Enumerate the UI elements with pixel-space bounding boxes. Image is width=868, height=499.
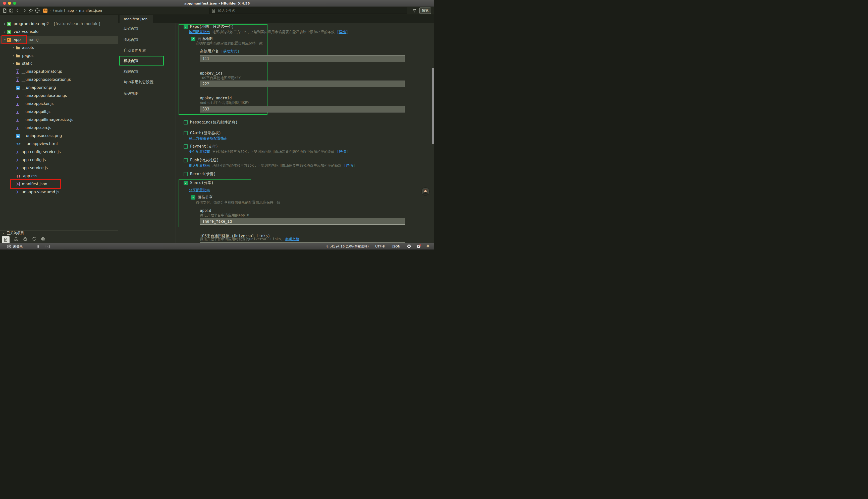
- oauth-checkbox[interactable]: [184, 131, 188, 135]
- tree-item-folder[interactable]: › assets: [0, 44, 118, 52]
- tree-item-file[interactable]: J uni-app-view.umd.js: [0, 188, 118, 196]
- amap-checkbox[interactable]: ✓: [191, 37, 195, 41]
- messaging-module-row: Messaging(短彩邮件消息): [184, 120, 238, 125]
- search-panel-tab[interactable]: [14, 236, 19, 242]
- tree-item-file[interactable]: J __uniappquillimageresize.js: [0, 116, 118, 124]
- file-search-box[interactable]: [209, 8, 407, 14]
- menu-item-module-config[interactable]: 模块配置: [123, 58, 138, 63]
- tree-item-project[interactable]: › u program-idea-mp2 - {feature/search-m…: [0, 20, 118, 28]
- menu-item-splash-config[interactable]: 启动界面配置: [123, 48, 146, 53]
- content-scrollbar[interactable]: [432, 68, 434, 144]
- tree-item-file[interactable]: J app-service.js: [0, 164, 118, 172]
- update-available-button[interactable]: [417, 244, 421, 248]
- tree-item-file[interactable]: __uniapperror.png: [0, 84, 118, 92]
- amap-title: 高德地图: [198, 36, 213, 41]
- new-file-button[interactable]: [1, 7, 8, 14]
- tree-item-file[interactable]: J app-config.js: [0, 156, 118, 164]
- tree-item-file[interactable]: J app-config-service.js: [0, 148, 118, 156]
- sidebar-activity-bar: [0, 236, 118, 243]
- wechat-share-checkbox[interactable]: ✓: [191, 195, 195, 199]
- tab-manifest-json[interactable]: manifest.json: [120, 15, 153, 23]
- tree-item-label: __uniappsuccess.png: [22, 134, 62, 138]
- breadcrumb-file[interactable]: manifest.json: [79, 9, 102, 13]
- login-status-label[interactable]: 未登录: [13, 244, 23, 249]
- search-input[interactable]: [218, 9, 405, 13]
- tree-item-file[interactable]: J __uniappquill.js: [0, 108, 118, 116]
- push-checkbox[interactable]: [184, 158, 188, 162]
- share-checkbox[interactable]: ✓: [184, 181, 188, 185]
- chevron-right-icon[interactable]: ›: [11, 61, 15, 65]
- debug-panel-tab[interactable]: [23, 236, 28, 242]
- appkey-ios-input[interactable]: [200, 81, 405, 87]
- chevron-right-icon[interactable]: ›: [2, 29, 7, 34]
- breadcrumb-project[interactable]: app: [68, 9, 74, 13]
- sync-panel-tab[interactable]: [32, 236, 37, 242]
- push-detail-link[interactable]: [详情]: [344, 163, 355, 168]
- tree-item-file[interactable]: J __uniapppicker.js: [0, 100, 118, 108]
- payment-detail-link[interactable]: [详情]: [337, 150, 348, 154]
- favorite-button[interactable]: [28, 7, 34, 14]
- menu-item-permission-config[interactable]: 权限配置: [123, 69, 138, 74]
- wechat-appid-input[interactable]: [200, 218, 405, 224]
- amap-note: 高德地图和高德定位的配置信息应保持一致: [196, 41, 263, 46]
- oauth-guide-row: 第三方登录鉴权配置指南: [189, 136, 228, 141]
- files-panel-tab[interactable]: [2, 236, 10, 243]
- maps-checkbox[interactable]: ✓: [184, 25, 188, 29]
- menu-item-icon-config[interactable]: 图标配置: [123, 37, 138, 42]
- amap-username-input[interactable]: [200, 55, 405, 62]
- tree-item-file[interactable]: J __uniappscan.js: [0, 124, 118, 132]
- menu-item-basic-config[interactable]: 基础配置: [123, 26, 138, 32]
- payment-module-row: Payment(支付): [184, 144, 218, 149]
- payment-checkbox[interactable]: [184, 144, 188, 149]
- run-button[interactable]: [34, 7, 41, 14]
- tree-item-label: __uniappscan.js: [22, 125, 51, 130]
- chevron-right-icon[interactable]: ›: [11, 54, 15, 58]
- tree-item-label: __uniappview.html: [23, 142, 58, 146]
- save-button[interactable]: [8, 7, 14, 14]
- tree-item-file-manifest[interactable]: ⚙ manifest.json: [0, 180, 118, 188]
- maps-guide-link[interactable]: 地图配置指南: [189, 30, 210, 34]
- notifications-button[interactable]: [426, 244, 430, 248]
- outline-button[interactable]: [36, 244, 40, 248]
- appkey-android-input[interactable]: [200, 106, 405, 112]
- menu-item-source-view[interactable]: 源码视图: [123, 91, 138, 96]
- payment-guide-link[interactable]: 支付配置指南: [189, 150, 210, 154]
- chevron-right-icon[interactable]: ›: [11, 46, 15, 50]
- filetype-selector[interactable]: JSON: [392, 244, 400, 248]
- menu-item-app-other-settings[interactable]: App常用其它设置: [123, 79, 154, 85]
- web-panel-tab[interactable]: [41, 236, 46, 242]
- user-avatar[interactable]: [421, 187, 430, 196]
- tree-item-file[interactable]: __uniappsuccess.png: [0, 132, 118, 140]
- chevron-right-icon[interactable]: ›: [2, 22, 7, 26]
- navigate-forward-button[interactable]: [21, 7, 28, 14]
- push-guide-link[interactable]: 推送配置指南: [189, 163, 210, 168]
- uni-feedback-button[interactable]: [407, 244, 411, 248]
- oauth-guide-link[interactable]: 第三方登录鉴权配置指南: [189, 136, 228, 141]
- maps-detail-link[interactable]: [详情]: [337, 30, 348, 34]
- navigate-back-button[interactable]: [14, 7, 21, 14]
- push-title: Push(消息推送): [190, 158, 219, 163]
- encoding-selector[interactable]: UTF-8: [375, 244, 385, 248]
- tree-item-folder[interactable]: › pages: [0, 52, 118, 60]
- tree-item-file[interactable]: J __uniappautomator.js: [0, 68, 118, 75]
- tree-item-file[interactable]: J __uniappchooselocation.js: [0, 75, 118, 84]
- universal-links-doc-link[interactable]: 参考文档: [285, 237, 299, 242]
- tree-item-file[interactable]: J __uniappopenlocation.js: [0, 92, 118, 100]
- tree-item-file[interactable]: <> __uniappview.html: [0, 140, 118, 148]
- tree-item-label: manifest.json: [22, 182, 47, 186]
- closed-projects-row[interactable]: › 已关闭项目: [0, 230, 118, 236]
- record-checkbox[interactable]: [184, 172, 188, 176]
- manifest-config-menu: 基础配置 图标配置 启动界面配置 模块配置 权限配置 App常用其它设置 源码视…: [118, 23, 176, 243]
- filter-button[interactable]: [412, 9, 417, 13]
- amap-username-howto-link[interactable]: [获取方式]: [221, 49, 239, 54]
- tree-item-project-selected[interactable]: › 5+ app - {main}: [0, 36, 118, 44]
- preview-button[interactable]: 预览: [420, 8, 431, 14]
- share-guide-link[interactable]: 分享配置指南: [189, 188, 210, 193]
- tree-item-file[interactable]: {} app.css: [0, 172, 118, 180]
- user-account-button[interactable]: [7, 244, 11, 248]
- terminal-button[interactable]: [46, 244, 50, 248]
- messaging-checkbox[interactable]: [184, 120, 188, 124]
- tree-item-project[interactable]: › u vu2-vconsole: [0, 28, 118, 36]
- chevron-down-icon[interactable]: ›: [3, 37, 7, 42]
- tree-item-folder[interactable]: › static: [0, 60, 118, 68]
